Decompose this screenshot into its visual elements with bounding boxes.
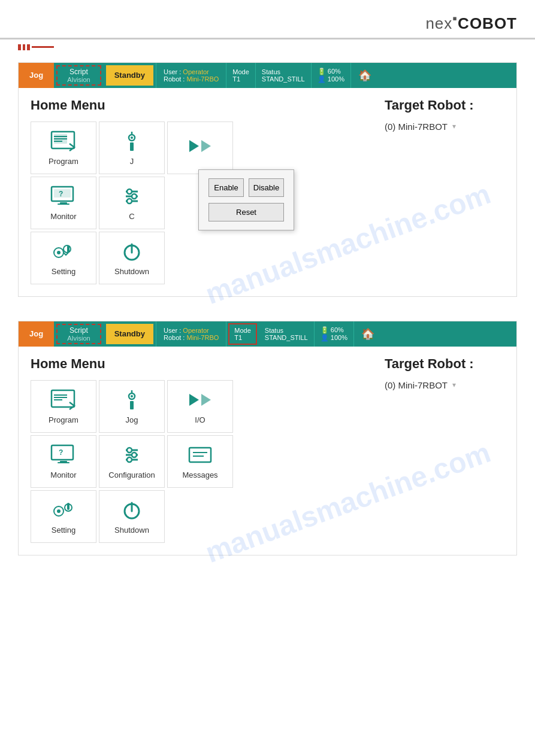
reset-button[interactable]: Reset <box>208 203 284 221</box>
home-menu-title-1: Home Menu <box>31 98 373 113</box>
nav-robot-row-2: Robot : Mini-7RBO <box>164 334 219 341</box>
nav-home-2[interactable]: 🏠 <box>354 321 382 347</box>
nav-jog-2[interactable]: Jog <box>19 321 54 347</box>
panel-1: Jog Script AIvision Standby User : Opera… <box>18 62 517 297</box>
menu-label-monitor-1: Monitor <box>50 212 76 221</box>
dialog-row-1: Enable Disable <box>208 178 284 197</box>
nav-bar-1: Jog Script AIvision Standby User : Opera… <box>19 63 516 88</box>
svg-text:?: ? <box>59 448 63 457</box>
left-section-2: Home Menu <box>31 356 373 545</box>
menu-btn-monitor-1[interactable]: ? Monitor <box>31 177 96 229</box>
nav-battery-2: 🔋 60% 👤 100% <box>315 321 354 347</box>
svg-text:?: ? <box>59 190 63 198</box>
right-section-1: Target Robot : (0) Mini-7RBOT ▾ <box>385 98 504 287</box>
panel-2: Jog Script AIvision Standby User : Opera… <box>18 321 517 555</box>
menu-area-1: Program <box>31 122 373 284</box>
monitor-icon-1: ? <box>50 184 77 208</box>
menu-label-setting-1: Setting <box>52 267 75 276</box>
nav-standby-1[interactable]: Standby <box>106 65 153 86</box>
menu-btn-program-1[interactable]: Program <box>31 122 96 174</box>
menu-btn-io-1[interactable] <box>167 122 233 174</box>
nav-script-label-2: Script <box>69 326 88 335</box>
svg-marker-36 <box>189 394 199 406</box>
menu-btn-shutdown-1[interactable]: Shutdown <box>99 232 165 284</box>
target-robot-title-1: Target Robot : <box>385 98 504 113</box>
accent-seg2 <box>23 44 26 50</box>
nav-status-2: Status STAND_STILL <box>259 321 315 347</box>
target-robot-title-2: Target Robot : <box>385 356 504 372</box>
svg-point-35 <box>131 395 133 397</box>
program-icon-2 <box>50 388 77 412</box>
main-content-1: Home Menu <box>19 88 516 296</box>
svg-rect-28 <box>52 390 74 407</box>
nav-script-2[interactable]: Script AIvision <box>56 324 101 344</box>
menu-row-2-2: ? Monitor <box>31 435 373 488</box>
menu-label-io-2: I/O <box>195 415 205 424</box>
menu-btn-setting-2[interactable]: Setting <box>31 490 96 543</box>
menu-row-2-1: Program <box>31 380 373 433</box>
svg-rect-25 <box>67 245 69 253</box>
nav-robot-row-1: Robot : Mini-7RBO <box>164 75 219 83</box>
nav-jog-1[interactable]: Jog <box>19 63 54 88</box>
menu-label-program-2: Program <box>49 415 78 424</box>
robot-dropdown-arrow-1[interactable]: ▾ <box>452 122 456 130</box>
dialog-1: Enable Disable Reset <box>198 169 294 230</box>
logo-cobot: COBOT <box>458 14 517 32</box>
menu-label-configuration-2: Configuration <box>108 470 155 479</box>
svg-rect-15 <box>58 204 69 205</box>
menu-row-2-3: Setting Shutdown <box>31 490 373 543</box>
menu-btn-shutdown-2[interactable]: Shutdown <box>99 490 165 543</box>
right-section-2: Target Robot : (0) Mini-7RBOT ▾ <box>385 356 504 545</box>
robot-row-1: (0) Mini-7RBOT ▾ <box>385 122 504 132</box>
nav-script-label-1: Script <box>69 68 88 76</box>
monitor-icon-2: ? <box>50 443 77 467</box>
page-header: nex▪COBOT <box>0 0 535 40</box>
menu-area-2: Program <box>31 380 373 543</box>
nav-script-1[interactable]: Script AIvision <box>56 65 101 86</box>
robot-dropdown-arrow-2[interactable]: ▾ <box>452 381 456 389</box>
menu-row-1-1: Program <box>31 122 373 174</box>
menu-label-monitor-2: Monitor <box>50 470 76 479</box>
disable-button[interactable]: Disable <box>249 178 284 197</box>
menu-btn-configuration-2[interactable]: Configuration <box>99 435 165 488</box>
menu-btn-program-2[interactable]: Program <box>31 380 96 433</box>
svg-point-47 <box>127 457 132 462</box>
menu-btn-jog-2[interactable]: Jog <box>99 380 165 433</box>
accent-seg3 <box>27 44 30 50</box>
shutdown-icon-1 <box>119 239 145 263</box>
menu-btn-config-1[interactable]: C <box>99 177 165 229</box>
svg-marker-10 <box>201 140 211 152</box>
accent-line <box>32 46 54 48</box>
svg-point-45 <box>132 453 137 457</box>
svg-rect-32 <box>130 401 134 409</box>
menu-btn-jog-1[interactable]: J <box>99 122 165 174</box>
nav-aivision-label-2: AIvision <box>67 335 90 342</box>
logo: nex▪COBOT <box>425 11 517 33</box>
setting-icon-1 <box>50 239 77 263</box>
menu-row-1-3: Setting Shutdown <box>31 232 373 284</box>
menu-btn-monitor-2[interactable]: ? Monitor <box>31 435 96 488</box>
shutdown-icon-2 <box>119 498 145 522</box>
nav-user-row-2: User : Operator <box>164 327 219 334</box>
messages-icon-2 <box>187 443 213 467</box>
robot-row-2: (0) Mini-7RBOT ▾ <box>385 380 504 390</box>
svg-point-21 <box>127 199 132 204</box>
nav-battery-1: 🔋 60% 👤 100% <box>312 63 351 88</box>
panel-container: Jog Script AIvision Standby User : Opera… <box>0 62 535 555</box>
svg-point-23 <box>57 251 61 254</box>
svg-rect-48 <box>189 448 211 462</box>
enable-button[interactable]: Enable <box>208 178 244 197</box>
nav-mode-1: Mode T1 <box>226 63 256 88</box>
nav-home-1[interactable]: 🏠 <box>351 63 379 88</box>
menu-label-program-1: Program <box>49 157 78 166</box>
menu-btn-messages-2[interactable]: Messages <box>167 435 233 488</box>
menu-label-shutdown-1: Shutdown <box>114 267 149 276</box>
menu-label-setting-2: Setting <box>52 526 75 535</box>
menu-btn-io-2[interactable]: I/O <box>167 380 233 433</box>
home-menu-title-2: Home Menu <box>31 356 373 372</box>
svg-point-8 <box>131 136 133 139</box>
menu-btn-setting-1[interactable]: Setting <box>31 232 96 284</box>
robot-name-1: (0) Mini-7RBOT <box>385 122 448 132</box>
nav-standby-2[interactable]: Standby <box>106 324 153 344</box>
setting-icon-2 <box>50 498 77 522</box>
